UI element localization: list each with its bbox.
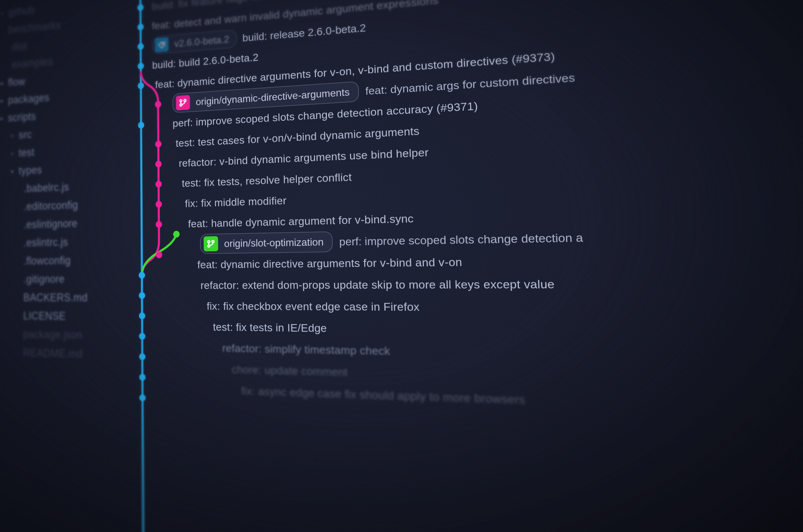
tag-label: v2.6.0-beta.2: [172, 34, 229, 50]
file-label: .flowconfig: [23, 254, 71, 267]
commit-row[interactable]: refactor: extend dom-props update skip t…: [133, 272, 585, 296]
file-label: .eslintrc.js: [23, 236, 68, 249]
file-item[interactable]: package.json: [0, 325, 134, 346]
file-label: .eslintignore: [23, 217, 77, 231]
svg-point-28: [208, 245, 210, 247]
commit-message: feat: handle dynamic argument for v-bind…: [188, 212, 414, 230]
tag-icon: [155, 37, 169, 52]
branch-icon: [176, 95, 190, 110]
file-item[interactable]: LICENSE: [0, 307, 134, 326]
file-label: .editorconfig: [24, 199, 78, 213]
folder-label: packages: [8, 91, 50, 106]
commit-list: build: build 2.6.0-beta.2 build: fix fea…: [132, 0, 590, 414]
folder-label: benchmarks: [8, 19, 61, 36]
folder-label: test: [19, 146, 34, 159]
commit-message: test: fix tests, resolve helper conflict: [182, 171, 352, 189]
folder-label: src: [19, 128, 32, 141]
commit-message: refactor: simplify timestamp check: [222, 342, 390, 357]
file-label: LICENSE: [23, 310, 65, 322]
file-tree-sidebar: ▸github benchmarks dist examples ▸flow ▸…: [0, 0, 135, 532]
svg-point-25: [180, 104, 182, 106]
commit-message: feat: dynamic directive arguments for v-…: [197, 255, 462, 271]
svg-point-24: [180, 100, 182, 102]
file-label: README.md: [23, 347, 82, 360]
file-label: .gitignore: [23, 273, 64, 285]
commit-message: refactor: extend dom-props update skip t…: [200, 277, 555, 291]
branch-label: origin/slot-optimization: [222, 236, 324, 249]
folder-label: examples: [12, 56, 53, 71]
commit-message: fix: fix middle modifier: [185, 194, 286, 210]
svg-point-29: [212, 241, 214, 243]
file-item[interactable]: .gitignore: [0, 269, 133, 288]
svg-point-26: [184, 99, 186, 102]
file-item[interactable]: .eslintrc.js: [0, 231, 133, 252]
file-item[interactable]: .eslintignore: [0, 213, 133, 234]
commit-message: perf: improve scoped slots change detect…: [339, 231, 583, 248]
folder-label: types: [19, 164, 42, 177]
svg-point-23: [162, 43, 164, 45]
git-graph-panel: build: build 2.6.0-beta.2 build: fix fea…: [132, 0, 803, 532]
file-label: package.json: [23, 328, 82, 342]
commit-row[interactable]: fix: fix checkbox event edge case in Fir…: [133, 296, 586, 319]
file-item[interactable]: README.md: [0, 343, 134, 365]
file-label: .babelrc.js: [24, 181, 69, 195]
folder-label: flow: [8, 75, 25, 89]
commit-message: test: fix tests in IE/Edge: [213, 321, 327, 335]
folder-label: dist: [12, 40, 27, 53]
file-item[interactable]: .flowconfig: [0, 250, 133, 270]
commit-message: fix: async edge case fix should apply to…: [241, 384, 526, 406]
branch-icon: [204, 236, 218, 251]
commit-message: chore: update comment: [231, 363, 347, 379]
svg-point-27: [208, 241, 210, 243]
commit-message: fix: fix checkbox event edge case in Fir…: [207, 300, 420, 314]
file-item[interactable]: BACKERS.md: [0, 288, 133, 307]
file-label: BACKERS.md: [23, 291, 88, 304]
branch-pill[interactable]: origin/slot-optimization: [200, 231, 333, 254]
folder-label: github: [8, 4, 35, 19]
folder-label: scripts: [8, 110, 36, 124]
